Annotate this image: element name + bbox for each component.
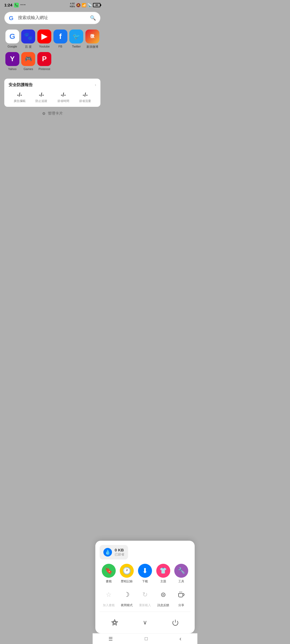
status-right: 4.92KB/s 🔕 📶 📡 30 [70,2,100,8]
gear-icon: ⚙ [42,111,46,116]
stat-time-saved: -/- 節省時間 [57,92,69,103]
security-arrow-icon[interactable]: › [95,83,96,87]
pinterest-label: Pinterest [38,67,50,71]
stat-ad-block: -/- 廣告攔截 [14,92,26,103]
status-dots: ··· [20,2,26,8]
app-grid: G Google 🐾 百 度 ▶ Youtube f FB 🐦 Twitter … [0,27,105,76]
twitter-icon: 🐦 [69,30,83,43]
security-title: 安全防護報告 [9,82,33,87]
yahoo-icon: Y [5,52,19,66]
baidu-label: 百 度 [25,45,32,49]
twitter-label: Twitter [72,45,81,48]
stat-ad-block-label: 廣告攔截 [14,99,26,103]
app-item-google[interactable]: G Google [4,30,20,49]
stat-time-saved-label: 節省時間 [57,99,69,103]
stat-anti-track: -/- 防止追蹤 [35,92,47,103]
stat-anti-track-value: -/- [39,92,44,98]
battery-indicator: 30 [93,3,100,7]
manage-card-button[interactable]: ⚙ 管理卡片 [0,111,105,116]
stat-data-saved: -/- 節省流量 [79,92,91,103]
status-bar: 1:24 📞 ··· 4.92KB/s 🔕 📶 📡 30 [0,0,105,9]
stat-time-saved-value: -/- [61,92,66,98]
app-item-pinterest[interactable]: P Pinterest [36,52,52,71]
youtube-label: Youtube [39,45,50,48]
stat-anti-track-label: 防止追蹤 [35,99,47,103]
phone-icon: 📞 [14,3,19,8]
manage-card-label: 管理卡片 [48,111,63,116]
games-icon: 🎮 [21,52,35,66]
app-item-twitter[interactable]: 🐦 Twitter [68,30,85,49]
time-display: 1:24 [4,3,12,7]
weibo-icon: 微 [85,30,99,43]
search-icon[interactable]: 🔍 [90,15,96,21]
games-label: Games [24,67,33,71]
stat-data-saved-value: -/- [83,92,88,98]
app-item-fb[interactable]: f FB [52,30,68,49]
weibo-label: 新浪微博 [86,45,98,49]
google-icon: G [5,30,19,43]
wifi-icon: 📡 [87,3,92,7]
google-label: Google [8,45,17,48]
app-item-games[interactable]: 🎮 Games [20,52,37,71]
baidu-icon: 🐾 [21,30,35,43]
stat-ad-block-value: -/- [17,92,22,98]
signal-icon: 📶 [82,3,86,7]
security-header: 安全防護報告 › [9,82,96,87]
stat-data-saved-label: 節省流量 [79,99,91,103]
app-item-yahoo[interactable]: Y Yahoo [4,52,20,71]
search-bar[interactable]: G 搜索或輸入網址 🔍 [4,12,100,24]
fb-label: FB [59,45,62,48]
app-item-weibo[interactable]: 微 新浪微博 [84,30,100,49]
pinterest-icon: P [37,52,51,66]
security-card: 安全防護報告 › -/- 廣告攔截 -/- 防止追蹤 -/- 節省時間 -/- … [4,79,100,107]
youtube-icon: ▶ [37,30,51,43]
app-item-baidu[interactable]: 🐾 百 度 [20,30,37,49]
google-logo: G [9,15,15,21]
fb-icon: f [53,30,67,43]
network-speed: 4.92KB/s [70,2,75,8]
security-stats: -/- 廣告攔截 -/- 防止追蹤 -/- 節省時間 -/- 節省流量 [9,92,96,103]
mute-icon: 🔕 [76,3,81,7]
search-input[interactable]: 搜索或輸入網址 [18,15,87,21]
search-bar-container: G 搜索或輸入網址 🔍 [0,9,105,27]
status-left: 1:24 📞 ··· [4,2,26,8]
yahoo-label: Yahoo [8,67,16,71]
app-item-youtube[interactable]: ▶ Youtube [36,30,52,49]
